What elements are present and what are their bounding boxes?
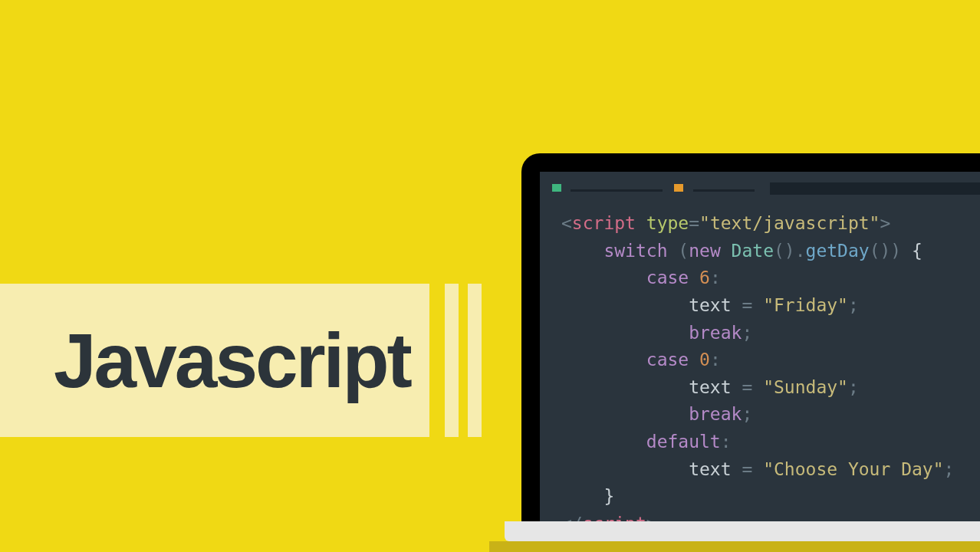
laptop-bezel: <script type="text/javascript"> switch (…: [521, 153, 980, 521]
code-token: </: [561, 514, 583, 521]
code-token: ;: [742, 323, 752, 343]
title-banner: Javascript: [0, 284, 429, 437]
code-line: case 0:: [561, 347, 980, 374]
code-token: script: [572, 213, 636, 233]
code-token: :: [721, 432, 732, 452]
code-line: text = "Sunday";: [561, 374, 980, 402]
code-token: <: [561, 213, 572, 233]
code-token: =: [742, 459, 752, 479]
code-token: [732, 377, 742, 397]
code-token: (: [678, 241, 689, 261]
code-token: text: [689, 295, 731, 315]
laptop-screen: <script type="text/javascript"> switch (…: [540, 172, 980, 521]
code-line: }: [561, 483, 980, 511]
code-token: [752, 459, 763, 479]
tab-indicator-green: [552, 184, 561, 192]
code-token: "Choose Your Day": [763, 459, 943, 479]
editor-tab-bar: [540, 178, 980, 195]
code-token: [636, 213, 646, 233]
code-token: 6: [699, 268, 710, 288]
code-token: >: [646, 514, 657, 521]
tab-indicator-orange: [674, 184, 683, 192]
code-token: [901, 241, 912, 261]
code-token: new: [689, 241, 721, 261]
stripe-1: [445, 284, 459, 437]
laptop-base: [505, 521, 980, 541]
code-token: [667, 241, 678, 261]
code-token: getDay: [806, 241, 870, 261]
code-token: }: [603, 486, 614, 506]
code-token: (): [774, 241, 795, 261]
code-token: =: [742, 295, 752, 315]
code-token: >: [880, 213, 890, 233]
code-token: text: [689, 377, 731, 397]
laptop-illustration: <script type="text/javascript"> switch (…: [505, 153, 980, 552]
code-token: type: [646, 213, 689, 233]
code-token: [752, 295, 763, 315]
code-line: <script type="text/javascript">: [561, 210, 980, 238]
code-token: =: [689, 213, 699, 233]
code-token: [689, 350, 699, 370]
code-token: "Sunday": [763, 377, 848, 397]
code-line: switch (new Date().getDay()) {: [561, 238, 980, 265]
code-token: text: [689, 459, 731, 479]
code-token: [689, 268, 699, 288]
code-token: [732, 295, 742, 315]
code-token: [732, 459, 742, 479]
code-token: .: [795, 241, 806, 261]
code-token: "Friday": [763, 295, 848, 315]
code-token: break: [689, 404, 742, 424]
code-token: case: [646, 350, 689, 370]
code-token: default: [646, 432, 721, 452]
code-token: break: [689, 323, 742, 343]
tab-line-1: [571, 189, 663, 192]
code-token: :: [710, 350, 721, 370]
code-token: 0: [699, 350, 710, 370]
code-token: [752, 377, 763, 397]
code-token: ()): [870, 241, 902, 261]
code-token: script: [583, 514, 646, 521]
code-line: case 6:: [561, 264, 980, 292]
code-line: </script>: [561, 511, 980, 521]
code-line: text = "Friday";: [561, 292, 980, 320]
code-token: ;: [848, 295, 859, 315]
title-text: Javascript: [54, 317, 410, 405]
code-token: [721, 241, 732, 261]
code-token: :: [710, 268, 721, 288]
code-token: ;: [742, 404, 752, 424]
code-line: text = "Choose Your Day";: [561, 456, 980, 484]
code-token: case: [646, 268, 689, 288]
code-token: =: [742, 377, 752, 397]
code-token: ;: [848, 377, 859, 397]
code-line: break;: [561, 401, 980, 429]
code-token: {: [912, 241, 922, 261]
code-token: switch: [603, 241, 667, 261]
code-token: ;: [944, 459, 955, 479]
code-block: <script type="text/javascript"> switch (…: [561, 210, 980, 521]
code-line: break;: [561, 320, 980, 347]
tab-line-2: [693, 189, 755, 192]
stripe-2: [468, 284, 482, 437]
tab-inactive: [770, 182, 980, 195]
code-token: Date: [732, 241, 774, 261]
code-line: default:: [561, 429, 980, 456]
code-token: "text/javascript": [699, 213, 880, 233]
laptop-shadow: [489, 541, 980, 552]
